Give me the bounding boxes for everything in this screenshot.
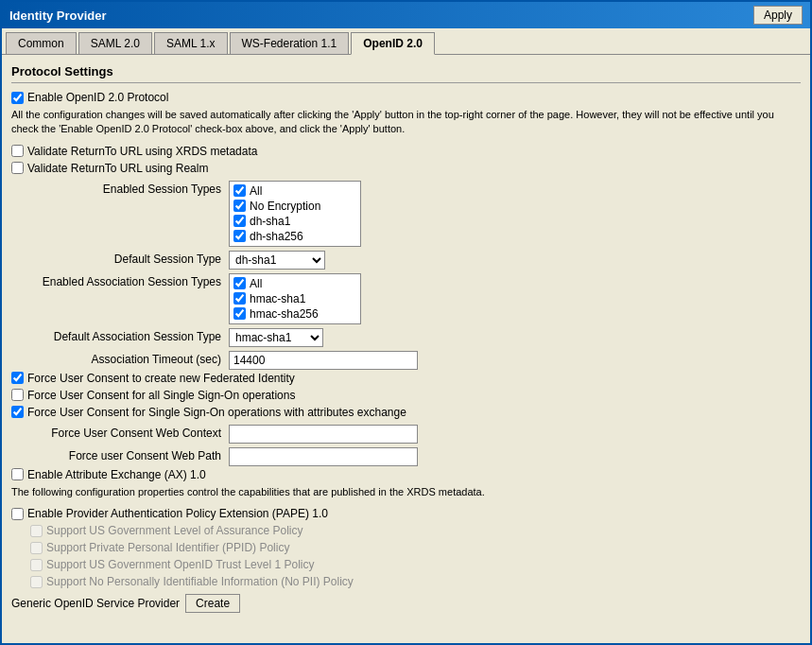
support-us-gov-trust-checkbox[interactable]	[30, 559, 43, 571]
session-type-dhsha256: dh-sha256	[233, 229, 356, 244]
validate-xrds-checkbox[interactable]	[11, 145, 24, 157]
force-consent-web-path-control	[229, 445, 801, 468]
section-title: Protocol Settings	[11, 64, 801, 83]
enabled-session-types-row: Enabled Session Types All No Encryption	[11, 179, 801, 249]
enable-ax-label: Enable Attribute Exchange (AX) 1.0	[27, 468, 206, 481]
enable-pape-row: Enable Provider Authentication Policy Ex…	[11, 507, 801, 520]
assoc-type-hmacsha1-checkbox[interactable]	[233, 292, 246, 305]
force-consent-fed-label: Force User Consent to create new Federat…	[27, 372, 295, 385]
enable-openid-label: Enable OpenID 2.0 Protocol	[27, 91, 168, 104]
info-text: All the configuration changes will be sa…	[11, 108, 801, 137]
enable-ax-checkbox[interactable]	[11, 468, 24, 480]
force-consent-sso-checkbox[interactable]	[11, 389, 24, 401]
enabled-assoc-session-types-control: All hmac-sha1 hmac-sha256	[229, 271, 801, 326]
force-consent-web-context-control	[229, 423, 801, 445]
validate-xrds-row: Validate ReturnTo URL using XRDS metadat…	[11, 145, 801, 158]
session-type-all-checkbox[interactable]	[233, 184, 246, 197]
session-types-box: All No Encryption dh-sha1 dh-sha256	[229, 181, 361, 247]
tab-wsfed[interactable]: WS-Federation 1.1	[230, 32, 350, 54]
force-consent-web-path-input[interactable]	[229, 447, 418, 466]
validate-realm-row: Validate ReturnTo URL using Realm	[11, 162, 801, 175]
support-ppid-checkbox[interactable]	[30, 542, 43, 554]
session-type-dhsha256-checkbox[interactable]	[233, 230, 246, 242]
support-no-pii-checkbox[interactable]	[30, 576, 43, 588]
assoc-type-all-checkbox[interactable]	[233, 277, 246, 289]
force-consent-fed-checkbox[interactable]	[11, 372, 24, 384]
session-type-all: All	[233, 183, 356, 199]
tab-bar: Common SAML 2.0 SAML 1.x WS-Federation 1…	[2, 28, 810, 55]
enabled-session-types-control: All No Encryption dh-sha1 dh-sha256	[229, 179, 801, 249]
session-type-dhsha256-label: dh-sha256	[250, 230, 303, 243]
support-us-gov-label: Support US Government Level of Assurance…	[46, 524, 302, 537]
generic-openid-label: Generic OpenID Service Provider	[11, 597, 180, 610]
session-type-dhsha1-checkbox[interactable]	[233, 215, 246, 227]
session-type-all-label: All	[250, 184, 262, 198]
validate-realm-checkbox[interactable]	[11, 162, 24, 174]
enable-openid-checkbox[interactable]	[11, 92, 24, 104]
session-type-noenc: No Encryption	[233, 199, 356, 214]
support-no-pii-label: Support No Personally Identifiable Infor…	[46, 575, 354, 588]
tab-saml1x[interactable]: SAML 1.x	[154, 32, 228, 54]
force-consent-web-context-row: Force User Consent Web Context	[11, 423, 801, 445]
force-consent-web-path-row: Force user Consent Web Path	[11, 445, 801, 468]
force-consent-web-path-label: Force user Consent Web Path	[11, 445, 229, 468]
consent-form-grid: Force User Consent Web Context Force use…	[11, 423, 801, 468]
create-button[interactable]: Create	[185, 594, 240, 613]
force-consent-web-context-label: Force User Consent Web Context	[11, 423, 229, 445]
assoc-timeout-row: Association Timeout (sec)	[11, 349, 801, 372]
enable-pape-checkbox[interactable]	[11, 508, 24, 520]
assoc-timeout-input[interactable]	[229, 351, 418, 370]
default-assoc-session-type-label: Default Association Session Type	[11, 326, 229, 349]
assoc-type-hmacsha256-label: hmac-sha256	[250, 307, 319, 321]
session-type-noenc-label: No Encryption	[250, 200, 320, 213]
assoc-type-all-label: All	[250, 277, 262, 290]
assoc-type-hmacsha256: hmac-sha256	[233, 306, 356, 322]
session-type-dhsha1-label: dh-sha1	[250, 215, 290, 228]
default-session-type-select[interactable]: dh-sha1 dh-sha256 No Encryption All	[229, 251, 325, 270]
force-consent-sso-row: Force User Consent for all Single Sign-O…	[11, 389, 801, 402]
apply-button[interactable]: Apply	[753, 6, 803, 25]
tab-common[interactable]: Common	[6, 32, 77, 54]
assoc-type-hmacsha1: hmac-sha1	[233, 291, 356, 306]
assoc-timeout-label: Association Timeout (sec)	[11, 349, 229, 372]
form-grid: Enabled Session Types All No Encryption	[11, 179, 801, 372]
assoc-type-hmacsha256-checkbox[interactable]	[233, 307, 246, 320]
session-type-noenc-checkbox[interactable]	[233, 200, 246, 212]
support-ppid-row: Support Private Personal Identifier (PPI…	[30, 541, 801, 554]
support-us-gov-row: Support US Government Level of Assurance…	[30, 524, 801, 537]
default-session-type-control: dh-sha1 dh-sha256 No Encryption All	[229, 249, 801, 271]
support-ppid-label: Support Private Personal Identifier (PPI…	[46, 541, 289, 554]
session-type-dhsha1: dh-sha1	[233, 214, 356, 229]
force-consent-fed-row: Force User Consent to create new Federat…	[11, 372, 801, 385]
default-assoc-session-type-select[interactable]: hmac-sha1 hmac-sha256 All	[229, 328, 323, 347]
title-bar: Identity Provider Apply	[2, 2, 810, 28]
window-title: Identity Provider	[9, 9, 107, 23]
enable-ax-row: Enable Attribute Exchange (AX) 1.0	[11, 468, 801, 481]
generic-openid-row: Generic OpenID Service Provider Create	[11, 594, 801, 613]
support-us-gov-trust-label: Support US Government OpenID Trust Level…	[46, 558, 314, 571]
validate-xrds-label: Validate ReturnTo URL using XRDS metadat…	[27, 145, 257, 158]
enable-openid-row: Enable OpenID 2.0 Protocol	[11, 91, 801, 104]
assoc-timeout-control	[229, 349, 801, 372]
assoc-type-hmacsha1-label: hmac-sha1	[250, 292, 305, 305]
assoc-session-types-box: All hmac-sha1 hmac-sha256	[229, 273, 361, 324]
default-assoc-session-type-row: Default Association Session Type hmac-sh…	[11, 326, 801, 349]
enabled-assoc-session-types-row: Enabled Association Session Types All hm…	[11, 271, 801, 326]
default-session-type-row: Default Session Type dh-sha1 dh-sha256 N…	[11, 249, 801, 271]
tab-saml20[interactable]: SAML 2.0	[78, 32, 152, 54]
support-us-gov-trust-row: Support US Government OpenID Trust Level…	[30, 558, 801, 571]
force-consent-sso-attr-row: Force User Consent for Single Sign-On op…	[11, 406, 801, 419]
main-window: Identity Provider Apply Common SAML 2.0 …	[0, 0, 812, 645]
content-area: Protocol Settings Enable OpenID 2.0 Prot…	[2, 55, 810, 622]
assoc-type-all: All	[233, 276, 356, 291]
enabled-session-types-label: Enabled Session Types	[11, 179, 229, 249]
default-assoc-session-type-control: hmac-sha1 hmac-sha256 All	[229, 326, 801, 349]
support-us-gov-checkbox[interactable]	[30, 525, 43, 537]
enable-pape-label: Enable Provider Authentication Policy Ex…	[27, 507, 328, 520]
tab-openid20[interactable]: OpenID 2.0	[351, 32, 435, 55]
default-session-type-label: Default Session Type	[11, 249, 229, 271]
validate-realm-label: Validate ReturnTo URL using Realm	[27, 162, 208, 175]
force-consent-sso-label: Force User Consent for all Single Sign-O…	[27, 389, 295, 402]
force-consent-sso-attr-checkbox[interactable]	[11, 406, 24, 418]
force-consent-web-context-input[interactable]	[229, 425, 418, 444]
